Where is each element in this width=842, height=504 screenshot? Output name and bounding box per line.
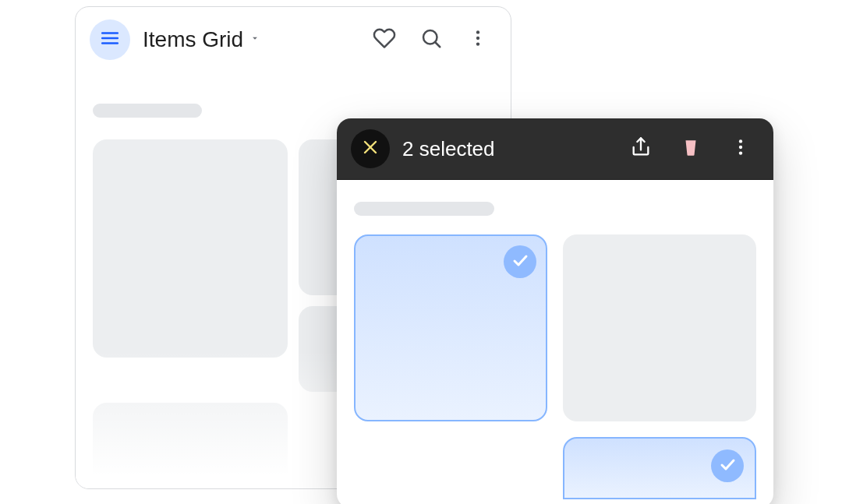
heart-icon (373, 26, 396, 53)
close-selection-button[interactable] (351, 129, 390, 168)
check-icon (718, 455, 737, 477)
menu-icon (100, 28, 120, 51)
selection-more-button[interactable] (722, 130, 759, 167)
favorite-button[interactable] (366, 21, 403, 58)
svg-line-4 (435, 42, 440, 47)
svg-point-6 (476, 37, 479, 40)
search-button[interactable] (412, 21, 450, 58)
more-vertical-icon (468, 28, 488, 51)
check-icon (511, 251, 529, 273)
selection-count-text: 2 selected (402, 137, 495, 161)
topbar: Items Grid (76, 7, 511, 72)
section-label-placeholder (93, 104, 202, 118)
selection-topbar: 2 selected (337, 118, 773, 180)
share-button[interactable] (622, 130, 660, 167)
grid-item[interactable] (563, 234, 756, 421)
share-icon (630, 136, 652, 161)
title-dropdown[interactable]: Items Grid (143, 27, 260, 52)
grid-item-selected[interactable] (354, 234, 547, 421)
page-title: Items Grid (143, 27, 243, 52)
more-vertical-icon (731, 137, 751, 160)
svg-point-11 (739, 139, 742, 143)
items-grid-selection (354, 234, 756, 499)
close-icon (361, 138, 380, 160)
more-button[interactable] (459, 21, 497, 58)
trash-icon (681, 136, 701, 161)
grid-item[interactable] (93, 403, 288, 489)
grid-item-selected[interactable] (563, 437, 756, 499)
section-label-placeholder (354, 202, 494, 216)
selected-check-badge (711, 449, 744, 482)
selection-body (337, 180, 773, 504)
svg-point-7 (476, 42, 479, 45)
delete-button[interactable] (672, 130, 709, 167)
selection-mode-window: 2 selected (337, 118, 773, 504)
menu-button[interactable] (90, 19, 130, 60)
search-icon (419, 26, 443, 53)
svg-point-12 (739, 146, 742, 149)
grid-item[interactable] (93, 139, 288, 358)
svg-point-13 (739, 151, 742, 154)
selected-check-badge (504, 245, 536, 278)
svg-point-5 (476, 30, 479, 33)
chevron-down-icon (249, 33, 260, 47)
